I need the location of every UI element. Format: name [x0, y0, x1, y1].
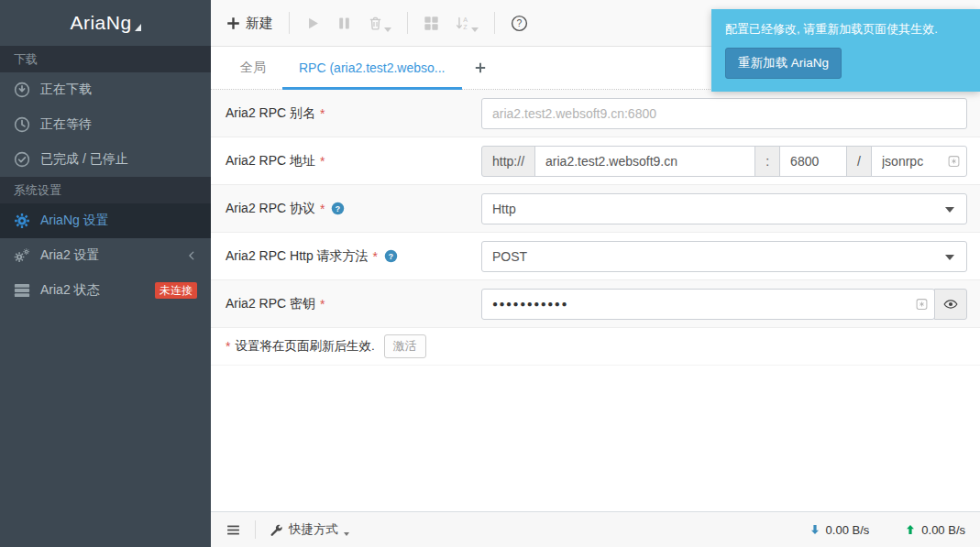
- sort-alpha-icon: [455, 16, 470, 31]
- settings-note-text: 设置将在页面刷新后生效.: [235, 338, 374, 355]
- toast-message: 配置已经修改, 请重新加载页面使其生效.: [725, 21, 966, 38]
- toolbar-separator: [289, 12, 290, 34]
- play-icon: [305, 16, 321, 31]
- form-row-rpc-alias: Aria2 RPC 别名 *: [211, 90, 980, 137]
- app-logo[interactable]: AriaNg: [0, 0, 211, 46]
- download-circle-icon: [14, 82, 30, 98]
- not-connected-badge: 未连接: [155, 282, 197, 299]
- rpc-protocol-select[interactable]: Http: [481, 193, 967, 224]
- sidebar-item-label: Aria2 状态: [40, 282, 100, 299]
- help-button[interactable]: [511, 15, 528, 32]
- rpc-http-method-control: POST: [481, 241, 967, 272]
- upload-speed-value: 0.00 B/s: [921, 523, 965, 537]
- shortcut-button[interactable]: 快捷方式: [270, 521, 349, 538]
- sidebar-item-label: 正在下载: [40, 82, 92, 98]
- sidebar-item-waiting[interactable]: 正在等待: [0, 107, 211, 142]
- field-label-text: Aria2 RPC 密钥: [226, 296, 315, 312]
- wrench-icon: [270, 523, 283, 537]
- field-label-text: Aria2 RPC 地址: [226, 153, 315, 170]
- ariang-app: AriaNg 下载 正在下载 正在等待 已完成 / 已停止 系统设置 AriaN…: [0, 0, 980, 547]
- rpc-address-label: Aria2 RPC 地址 *: [211, 153, 481, 170]
- reload-ariang-button[interactable]: 重新加载 AriaNg: [725, 48, 842, 79]
- rpc-protocol-control: Http: [481, 193, 967, 224]
- sort-dropdown-caret-icon[interactable]: [471, 27, 479, 32]
- sidebar-section-system-settings: 系统设置: [0, 177, 211, 203]
- rpc-protocol-label: Aria2 RPC 协议 *: [211, 201, 481, 217]
- rpc-port-input[interactable]: [779, 146, 847, 177]
- sidebar-item-aria2-status[interactable]: Aria2 状态 未连接: [0, 273, 211, 308]
- tab-label: 全局: [240, 60, 266, 76]
- plus-icon: [474, 61, 487, 74]
- password-manager-icon[interactable]: [915, 297, 929, 311]
- rpc-secret-label: Aria2 RPC 密钥 *: [211, 296, 481, 312]
- upload-speed: 0.00 B/s: [904, 523, 965, 537]
- statusbar-speeds: 0.00 B/s 0.00 B/s: [809, 523, 965, 537]
- sidebar-item-aria2-settings[interactable]: Aria2 设置: [0, 238, 211, 273]
- rpc-alias-input[interactable]: [481, 98, 967, 129]
- rpc-address-control: http:// : /: [481, 146, 967, 177]
- gear-icon: [14, 213, 30, 229]
- sidebar-item-label: 已完成 / 已停止: [40, 151, 128, 168]
- sidebar-item-downloading[interactable]: 正在下载: [0, 72, 211, 107]
- sort-tasks-button[interactable]: [455, 16, 470, 31]
- plus-icon: [226, 16, 241, 31]
- rpc-alias-label: Aria2 RPC 别名 *: [211, 105, 481, 122]
- server-icon: [14, 282, 30, 299]
- download-speed-value: 0.00 B/s: [826, 523, 870, 537]
- form-row-rpc-http-method: Aria2 RPC Http 请求方法 * POST: [211, 233, 980, 280]
- config-changed-toast: 配置已经修改, 请重新加载页面使其生效. 重新加载 AriaNg: [711, 9, 980, 92]
- sidebar-item-ariang-settings[interactable]: AriaNg 设置: [0, 203, 211, 238]
- download-arrow-icon: [809, 523, 821, 536]
- section-label: 系统设置: [14, 183, 61, 197]
- clock-icon: [14, 116, 30, 133]
- tab-label: RPC (aria2.test2.webso...: [299, 60, 446, 75]
- new-task-button[interactable]: 新建: [226, 15, 273, 32]
- add-rpc-tab-button[interactable]: [462, 47, 499, 89]
- activate-button[interactable]: 激活: [384, 334, 426, 358]
- help-circle-icon[interactable]: [331, 202, 345, 215]
- rpc-host-input[interactable]: [534, 146, 755, 177]
- hamburger-icon: [226, 522, 241, 538]
- tab-global[interactable]: 全局: [224, 47, 282, 89]
- required-asterisk: *: [373, 249, 378, 264]
- pause-icon: [336, 16, 352, 31]
- required-asterisk: *: [320, 297, 325, 312]
- eye-icon: [943, 297, 958, 312]
- upload-arrow-icon: [904, 523, 917, 536]
- rpc-secret-input[interactable]: [481, 289, 935, 320]
- help-circle-icon[interactable]: [384, 249, 398, 263]
- statusbar-separator: [255, 520, 256, 539]
- tab-rpc-server[interactable]: RPC (aria2.test2.webso...: [282, 47, 462, 89]
- rpc-secret-control: [481, 289, 967, 320]
- sidebar-section-download: 下载: [0, 46, 211, 72]
- delete-dropdown-caret-icon[interactable]: [384, 27, 391, 32]
- shortcut-label: 快捷方式: [289, 521, 338, 538]
- form-row-rpc-protocol: Aria2 RPC 协议 * Http: [211, 185, 980, 233]
- logo-caret-icon: [135, 24, 141, 31]
- password-manager-icon[interactable]: [947, 154, 961, 168]
- sidebar-item-label: AriaNg 设置: [40, 213, 109, 229]
- form-row-rpc-address: Aria2 RPC 地址 * http:// : /: [211, 137, 980, 185]
- trash-icon: [368, 16, 383, 31]
- sidebar-item-label: Aria2 设置: [40, 247, 100, 264]
- delete-task-button[interactable]: [368, 16, 383, 31]
- field-label-text: Aria2 RPC 协议: [226, 201, 315, 217]
- chevron-left-icon: [186, 250, 197, 261]
- selected-value: POST: [492, 249, 527, 264]
- show-secret-button[interactable]: [934, 289, 967, 320]
- question-circle-icon: [511, 15, 528, 32]
- sidebar-item-finished-stopped[interactable]: 已完成 / 已停止: [0, 142, 211, 177]
- slash-addon: /: [846, 146, 872, 177]
- check-circle-icon: [14, 151, 30, 168]
- pause-task-button[interactable]: [336, 16, 352, 31]
- settings-note-row: * 设置将在页面刷新后生效. 激活: [211, 328, 980, 366]
- sidebar: AriaNg 下载 正在下载 正在等待 已完成 / 已停止 系统设置 AriaN…: [0, 0, 211, 547]
- field-label-text: Aria2 RPC 别名: [226, 105, 315, 122]
- required-asterisk: *: [320, 154, 325, 169]
- start-task-button[interactable]: [305, 16, 321, 31]
- rpc-http-method-select[interactable]: POST: [481, 241, 967, 272]
- select-tasks-button[interactable]: [424, 16, 439, 31]
- rpc-alias-control: [481, 98, 967, 129]
- shortcut-caret-icon: [344, 532, 349, 536]
- statusbar-menu-button[interactable]: [226, 522, 241, 538]
